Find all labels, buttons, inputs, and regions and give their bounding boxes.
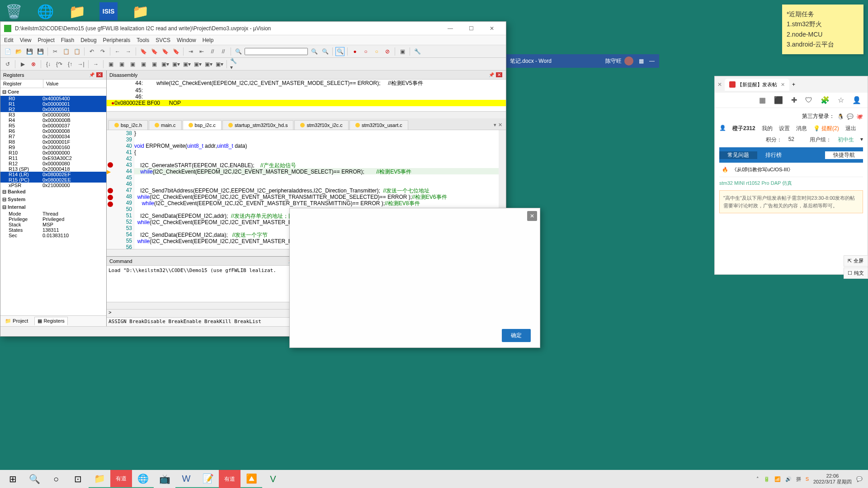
watch-window-icon[interactable]: ▣▾: [160, 60, 170, 69]
favorites-icon[interactable]: ☆: [838, 96, 844, 104]
wifi-icon[interactable]: 📶: [774, 476, 781, 482]
incremental-icon[interactable]: 🔍: [321, 47, 330, 56]
run-to-cursor-icon[interactable]: →|: [76, 60, 85, 69]
close-tab-icon[interactable]: ✕: [717, 81, 722, 88]
explorer-icon[interactable]: 📁: [89, 470, 110, 488]
extension-icon[interactable]: ✚: [791, 96, 797, 104]
keil-task-icon[interactable]: 🔼: [241, 470, 262, 488]
file-tab[interactable]: stm32f10x_i2c.c: [294, 120, 348, 130]
folder-icon[interactable]: 📁: [68, 2, 86, 20]
system-viewer-icon[interactable]: ▣▾: [215, 60, 224, 69]
thread-title[interactable]: 《从0到1教你写uC/OS-III》: [732, 166, 793, 173]
browser-tab[interactable]: 【新提醒】发表帖 ✕: [725, 79, 789, 91]
settings-link[interactable]: 设置: [779, 125, 790, 132]
menu-view[interactable]: View: [20, 37, 32, 43]
clock[interactable]: 22:06 2022/3/17 星期四: [813, 473, 852, 485]
app-icon[interactable]: 有道: [219, 470, 241, 488]
extension-icon[interactable]: ⬛: [774, 96, 783, 104]
github-login-icon[interactable]: 🐙: [856, 113, 863, 120]
pin-icon[interactable]: 📌: [89, 72, 94, 77]
paste-icon[interactable]: 📋: [72, 47, 81, 56]
isis-app-icon[interactable]: ISIS: [99, 2, 118, 20]
reminders-link[interactable]: 💡 提醒(2): [813, 125, 839, 132]
outdent-icon[interactable]: ⇤: [197, 47, 206, 56]
menu-svcs[interactable]: SVCS: [156, 37, 170, 43]
memory-window-icon[interactable]: ▣▾: [171, 60, 180, 69]
breakpoint-gutter[interactable]: ▶: [107, 130, 114, 249]
menu-debug[interactable]: Debug: [80, 37, 96, 43]
tab-close-icon[interactable]: ✕: [498, 122, 502, 128]
undo-icon[interactable]: ↶: [87, 47, 96, 56]
command-input[interactable]: >: [107, 309, 305, 317]
file-tab[interactable]: bsp_i2c.h: [108, 120, 148, 130]
symbol-window-icon[interactable]: ▣: [128, 60, 137, 69]
minimize-button[interactable]: —: [440, 22, 461, 35]
analysis-window-icon[interactable]: ▣▾: [193, 60, 202, 69]
dropdown-icon[interactable]: ▾: [860, 136, 863, 144]
my-link[interactable]: 我的: [762, 125, 773, 132]
sticky-note[interactable]: *近期任务 1.stm32野火 2.node-MCU 3.android-云平台: [782, 5, 863, 54]
qq-login-icon[interactable]: 🐧: [837, 113, 844, 120]
callstack-window-icon[interactable]: ▣: [150, 60, 159, 69]
new-icon[interactable]: 📄: [3, 47, 12, 56]
nav-fwd-icon[interactable]: →: [124, 47, 133, 56]
volume-icon[interactable]: 🔊: [785, 476, 792, 482]
save-icon[interactable]: 💾: [25, 47, 34, 56]
redo-icon[interactable]: ↷: [98, 47, 107, 56]
breakpoint-enable-icon[interactable]: ○: [361, 47, 370, 56]
tray-app-icon[interactable]: S: [806, 476, 809, 482]
close-panel-icon[interactable]: ✕: [96, 72, 103, 77]
register-list[interactable]: CoreR00x40005400R10x00000001R20x00000501…: [0, 88, 106, 315]
tab-dropdown-icon[interactable]: ▾: [494, 122, 496, 128]
taskview-icon[interactable]: ⊡: [67, 470, 89, 488]
app-icon[interactable]: 📺: [154, 470, 175, 488]
copy-icon[interactable]: 📋: [61, 47, 71, 56]
edge-task-icon[interactable]: 🌐: [132, 470, 154, 488]
messages-link[interactable]: 消息: [796, 125, 807, 132]
cortana-icon[interactable]: ○: [45, 470, 67, 488]
tab-project[interactable]: 📁 Project: [2, 317, 31, 325]
open-icon[interactable]: 📂: [14, 47, 23, 56]
step-over-icon[interactable]: {↷: [55, 60, 64, 69]
nav-rank[interactable]: 排行榜: [757, 151, 790, 159]
command-output[interactable]: Load "D:\\keilstm32\\CODE\\Demo15 (use g…: [107, 266, 305, 302]
notifications-icon[interactable]: 💬: [856, 476, 863, 482]
extensions-icon[interactable]: 🧩: [821, 96, 830, 104]
popup-ok-button[interactable]: 确定: [502, 329, 531, 342]
app-icon[interactable]: V: [262, 470, 284, 488]
step-icon[interactable]: {↓: [44, 60, 53, 69]
file-tab-active[interactable]: bsp_i2c.c: [183, 120, 222, 130]
folder-icon[interactable]: 📁: [131, 2, 149, 20]
nav-faq[interactable]: 常见问题: [719, 151, 757, 159]
wechat-login-icon[interactable]: 💬: [847, 113, 854, 120]
close-panel-icon[interactable]: ✕: [496, 72, 502, 77]
bookmark-prev-icon[interactable]: 🔖: [150, 47, 159, 56]
bookmark-icon[interactable]: 🔖: [139, 47, 148, 56]
debug-icon[interactable]: 🔍: [335, 47, 344, 56]
menu-peripherals[interactable]: Peripherals: [103, 37, 131, 43]
group-value[interactable]: 初中生: [838, 136, 854, 144]
run-icon[interactable]: ▶: [18, 60, 27, 69]
minimize-icon[interactable]: —: [649, 58, 655, 64]
comment-icon[interactable]: //: [208, 47, 217, 56]
show-next-icon[interactable]: →: [91, 60, 100, 69]
menu-window[interactable]: Window: [177, 37, 196, 43]
find-icon[interactable]: 🔍: [234, 47, 243, 56]
menu-project[interactable]: Project: [38, 37, 54, 43]
stop-icon[interactable]: ⊗: [29, 60, 38, 69]
word-titlebar[interactable]: 笔记.docx - Word 陈守旺 ▦ —: [505, 54, 659, 68]
menu-help[interactable]: Help: [203, 37, 214, 43]
start-button[interactable]: ⊞: [2, 470, 24, 488]
thread-row[interactable]: 🔥 《从0到1教你写uC/OS-III》: [719, 163, 863, 177]
toolbox-icon[interactable]: 🔧▾: [230, 60, 239, 69]
cut-icon[interactable]: ✂: [51, 47, 60, 56]
command-window-icon[interactable]: ▣: [106, 60, 115, 69]
shield-icon[interactable]: 🛡: [805, 96, 812, 104]
h-scrollbar[interactable]: [107, 111, 506, 118]
file-tab[interactable]: stm32f10x_usart.c: [349, 120, 408, 130]
profile-icon[interactable]: 👤: [852, 96, 861, 104]
step-out-icon[interactable]: {↑: [66, 60, 75, 69]
app-icon[interactable]: 有道: [110, 470, 132, 488]
recycle-bin-icon[interactable]: 🗑️: [5, 2, 23, 20]
titlebar[interactable]: D:\keilstm32\CODE\Demo15 (use gfFWLIB le…: [0, 22, 506, 35]
